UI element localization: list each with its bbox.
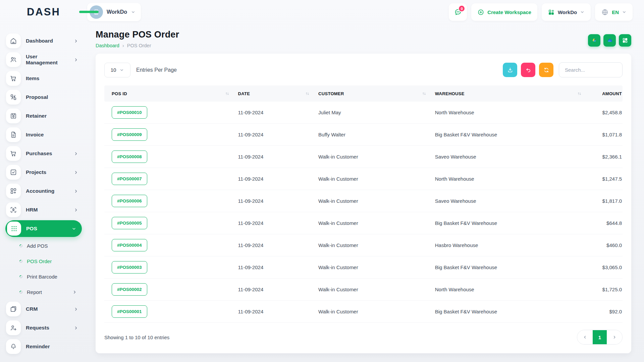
entries-value: 10	[111, 67, 116, 73]
sidebar-subitem-add-pos[interactable]: Add POS	[5, 238, 82, 253]
cell-date: 11-09-2024	[238, 309, 318, 314]
pos-id-link[interactable]: #POS00009	[112, 128, 147, 141]
sidebar-item-invoice[interactable]: Invoice	[5, 125, 82, 144]
pos-id-link[interactable]: #POS00008	[112, 150, 147, 163]
refresh-button[interactable]	[539, 63, 553, 77]
cell-customer: Walk-in Customer	[318, 264, 435, 270]
column-header-warehouse[interactable]: WAREHOUSE	[435, 91, 591, 96]
sort-icon[interactable]	[422, 92, 426, 96]
sort-icon[interactable]	[225, 92, 229, 96]
sidebar-item-label: Dashboard	[26, 38, 53, 44]
pos-id-link[interactable]: #POS00001	[112, 305, 147, 318]
sort-icon[interactable]	[577, 92, 582, 96]
sidebar-subitem-print-barcode[interactable]: Print Barcode	[5, 269, 82, 284]
cell-warehouse: Hasbro Warehouse	[435, 242, 591, 248]
pos-order-card: 10 Entries Per Page POS ID DATE CUSTOMER…	[96, 54, 631, 353]
users-icon	[6, 52, 21, 67]
sidebar-subitem-pos-order[interactable]: POS Order	[5, 253, 82, 269]
logo-text: DASH	[27, 6, 60, 18]
google-drive-button[interactable]	[588, 34, 600, 47]
sidebar-item-label: Invoice	[26, 132, 44, 138]
bullet-ring-icon	[19, 275, 23, 279]
cell-amount: $460.0	[590, 242, 623, 248]
breadcrumb-dashboard-link[interactable]: Dashboard	[96, 43, 119, 48]
onedrive-button[interactable]	[603, 34, 616, 47]
pos-id-link[interactable]: #POS00005	[112, 217, 147, 229]
export-button[interactable]	[503, 63, 517, 77]
table-controls: 10 Entries Per Page	[104, 62, 623, 77]
entries-per-page-label: Entries Per Page	[136, 67, 177, 73]
workdo-menu-button[interactable]: WorkDo	[542, 3, 591, 21]
sort-icon[interactable]	[305, 92, 310, 96]
pos-id-link[interactable]: #POS00003	[112, 261, 147, 274]
sidebar-item-requests[interactable]: Requests	[5, 318, 82, 337]
proposal-icon	[6, 90, 21, 105]
plus-circle-icon	[477, 9, 484, 16]
sidebar-subitem-label: Print Barcode	[27, 274, 57, 280]
cart-icon	[6, 146, 21, 161]
undo-button[interactable]	[521, 63, 535, 77]
entries-per-page-select[interactable]: 10	[104, 63, 130, 77]
accounting-icon	[6, 184, 21, 198]
sidebar-item-pos[interactable]: POS	[5, 220, 82, 237]
breadcrumb-current: POS Order	[127, 43, 151, 48]
column-header-date[interactable]: DATE	[238, 91, 318, 96]
sidebar-item-user-management[interactable]: User Management	[5, 50, 82, 69]
messages-button[interactable]: 0	[449, 3, 467, 21]
chevron-down-icon	[119, 68, 124, 72]
google-drive-icon	[591, 37, 598, 44]
language-selector[interactable]: EN	[595, 3, 633, 21]
column-header-customer[interactable]: CUSTOMER	[318, 91, 435, 96]
sidebar-item-label: Proposal	[26, 94, 48, 100]
pos-id-link[interactable]: #POS00006	[112, 195, 147, 207]
chevron-right-icon	[73, 170, 78, 175]
pos-id-link[interactable]: #POS00002	[112, 283, 147, 296]
chevron-left-icon	[583, 335, 587, 340]
sidebar-item-dashboard[interactable]: Dashboard	[5, 32, 82, 50]
apps-plus-icon	[548, 9, 555, 16]
chevron-right-icon	[73, 325, 78, 330]
cell-customer: Walk-in Customer	[318, 287, 435, 292]
table-body: #POS00010 11-09-2024 Juliet May North Wa…	[104, 102, 623, 323]
create-workspace-button[interactable]: Create Workspace	[471, 3, 537, 21]
undo-icon	[525, 67, 532, 73]
sidebar-item-retainer[interactable]: Retainer	[5, 107, 82, 125]
language-code: EN	[612, 9, 619, 15]
page-number-current[interactable]: 1	[593, 330, 607, 344]
sidebar-item-hrm[interactable]: HRM	[5, 200, 82, 219]
search-input[interactable]	[559, 62, 623, 77]
cell-date: 11-09-2024	[238, 110, 318, 115]
sidebar-subitem-report[interactable]: Report	[5, 284, 82, 300]
cell-customer: Walk-in Customer	[318, 220, 435, 226]
bullet-ring-icon	[19, 259, 23, 263]
sidebar-item-purchases[interactable]: Purchases	[5, 144, 82, 163]
hrm-icon	[6, 202, 21, 217]
cell-customer: Walk-in Customer	[318, 176, 435, 182]
cell-amount: $92.0	[590, 309, 623, 314]
sidebar-subitem-label: Add POS	[27, 243, 48, 249]
pos-id-link[interactable]: #POS00007	[112, 173, 147, 185]
sidebar-item-accounting[interactable]: Accounting	[5, 182, 82, 200]
sidebar-item-projects[interactable]: Projects	[5, 163, 82, 182]
table-row: #POS00005 11-09-2024 Walk-in Customer Bi…	[104, 212, 623, 234]
cell-date: 11-09-2024	[238, 264, 318, 270]
column-header-pos-id[interactable]: POS ID	[104, 91, 238, 96]
breadcrumb-separator: ›	[122, 43, 124, 48]
previous-page-button[interactable]	[577, 330, 593, 344]
sidebar-subitem-label: POS Order	[27, 258, 52, 264]
cell-customer: Juliet May	[318, 110, 435, 115]
pos-id-link[interactable]: #POS00010	[112, 106, 147, 119]
next-page-button[interactable]	[607, 330, 622, 344]
grid-view-button[interactable]	[619, 34, 631, 47]
sidebar-item-crm[interactable]: CRM	[5, 300, 82, 318]
column-header-amount[interactable]: AMOUNT	[590, 91, 623, 96]
cell-customer: Walk-in Customer	[318, 309, 435, 314]
cell-warehouse: North Warehouse	[435, 176, 591, 182]
pos-id-link[interactable]: #POS00004	[112, 239, 147, 251]
sidebar-item-proposal[interactable]: Proposal	[5, 88, 82, 107]
chevron-right-icon	[73, 151, 78, 156]
table-row: #POS00004 11-09-2024 Walk-in Customer Ha…	[104, 234, 623, 256]
sidebar-item-items[interactable]: Items	[5, 69, 82, 88]
cell-warehouse: Big Basket F&V Warehouse	[435, 309, 591, 314]
sidebar-item-reminder[interactable]: Reminder	[5, 337, 82, 356]
